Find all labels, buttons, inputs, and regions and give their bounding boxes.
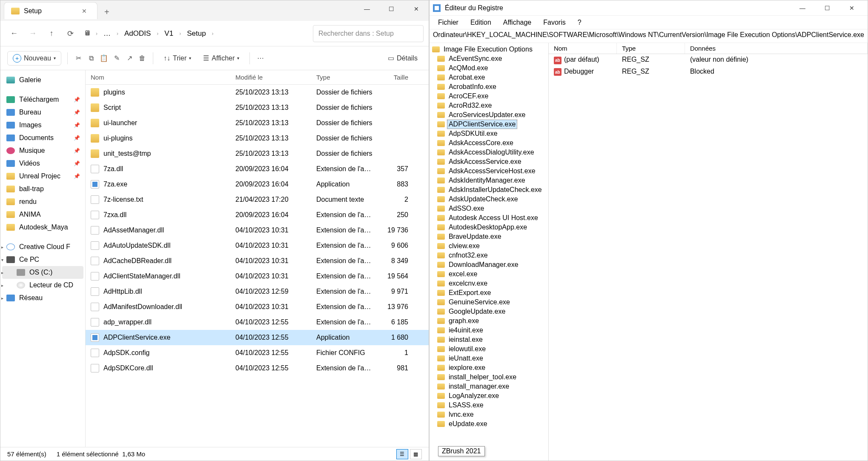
- sidebar-item[interactable]: Unreal Projec📌: [2, 170, 83, 183]
- chevron-icon[interactable]: ▸: [1, 296, 3, 301]
- maximize-button[interactable]: ☐: [815, 0, 839, 17]
- explorer-tab[interactable]: Setup ✕: [4, 2, 97, 19]
- tree-item[interactable]: graph.exe: [430, 316, 548, 326]
- sidebar-item[interactable]: ▸Réseau: [2, 292, 83, 304]
- file-rows[interactable]: plugins 25/10/2023 13:13 Dossier de fich…: [86, 85, 429, 447]
- file-row[interactable]: AdAutoUpdateSDK.dll 04/10/2023 10:31 Ext…: [86, 238, 429, 253]
- tree-item[interactable]: AdskAccessCore.exe: [430, 138, 548, 148]
- tree-item[interactable]: AdskAccessService.exe: [430, 157, 548, 166]
- tree-item[interactable]: DownloadManager.exe: [430, 260, 548, 269]
- tree-item[interactable]: GenuineService.exe: [430, 298, 548, 307]
- tree-item[interactable]: LSASS.exe: [430, 401, 548, 410]
- file-row[interactable]: AdClientStateManager.dll 04/10/2023 10:3…: [86, 269, 429, 284]
- back-button[interactable]: ←: [6, 25, 23, 42]
- minimize-button[interactable]: —: [790, 0, 815, 17]
- forward-button[interactable]: →: [24, 25, 41, 42]
- sidebar-item[interactable]: Images📌: [2, 119, 83, 132]
- tree-item[interactable]: excelcnv.exe: [430, 279, 548, 288]
- new-tab-button[interactable]: +: [97, 2, 116, 22]
- sidebar-item[interactable]: Téléchargem📌: [2, 93, 83, 106]
- chevron-icon[interactable]: ▸: [1, 245, 3, 249]
- tree-item[interactable]: clview.exe: [430, 241, 548, 251]
- tree-item[interactable]: AdskAccessDialogUtility.exe: [430, 148, 548, 157]
- tree-item[interactable]: AdskInstallerUpdateCheck.exe: [430, 185, 548, 195]
- tree-item[interactable]: AdskUpdateCheck.exe: [430, 195, 548, 204]
- menu-item[interactable]: ?: [573, 17, 587, 28]
- paste-icon[interactable]: 📋: [99, 54, 109, 63]
- tree-item[interactable]: eUpdate.exe: [430, 419, 548, 429]
- tree-item[interactable]: AdSSO.exe: [430, 204, 548, 213]
- file-row[interactable]: 7z-license.txt 21/04/2023 17:20 Document…: [86, 192, 429, 207]
- chevron-icon[interactable]: ▸: [1, 270, 3, 275]
- file-row[interactable]: Script 25/10/2023 13:13 Dossier de fichi…: [86, 100, 429, 115]
- sidebar-item[interactable]: Autodesk_Maya: [2, 221, 83, 234]
- tree-item[interactable]: LogAnalyzer.exe: [430, 391, 548, 401]
- maximize-button[interactable]: ☐: [379, 0, 404, 17]
- file-row[interactable]: ADPClientService.exe 04/10/2023 12:55 Ap…: [86, 330, 429, 345]
- column-type[interactable]: Type: [311, 70, 379, 84]
- view-button[interactable]: ☰ Afficher ▾: [199, 51, 243, 66]
- up-button[interactable]: ↑: [43, 25, 60, 42]
- sidebar-item[interactable]: Galerie: [2, 74, 83, 86]
- tree-item[interactable]: AutodeskDesktopApp.exe: [430, 223, 548, 232]
- sidebar-item[interactable]: ▾Ce PC: [2, 253, 83, 266]
- file-row[interactable]: ui-plugins 25/10/2023 13:13 Dossier de f…: [86, 131, 429, 146]
- tree-item[interactable]: ieinstal.exe: [430, 335, 548, 344]
- sidebar-item[interactable]: ANIMA: [2, 208, 83, 221]
- breadcrumb-item[interactable]: AdODIS: [122, 28, 153, 40]
- tree-item[interactable]: GoogleUpdate.exe: [430, 307, 548, 316]
- tree-item[interactable]: install_helper_tool.exe: [430, 372, 548, 382]
- file-row[interactable]: 7za.exe 20/09/2023 16:04 Application 883: [86, 177, 429, 192]
- registry-tree[interactable]: Image File Execution Options AcEventSync…: [430, 43, 549, 461]
- sort-button[interactable]: ↑↓ Trier ▾: [159, 51, 195, 66]
- tree-item[interactable]: AdpSDKUtil.exe: [430, 129, 548, 138]
- column-size[interactable]: Taille: [379, 70, 413, 84]
- tree-item[interactable]: install_manager.exe: [430, 382, 548, 391]
- tree-item[interactable]: ExtExport.exe: [430, 288, 548, 298]
- sidebar-item[interactable]: ▸Lecteur de CD: [2, 279, 83, 292]
- close-button[interactable]: ✕: [404, 0, 429, 17]
- tree-item[interactable]: excel.exe: [430, 269, 548, 279]
- sidebar-item[interactable]: ball-trap: [2, 183, 83, 195]
- tab-close-icon[interactable]: ✕: [78, 6, 90, 16]
- details-button[interactable]: ▭ Détails: [384, 51, 422, 66]
- rename-icon[interactable]: ✎: [112, 54, 121, 63]
- sidebar-item[interactable]: rendu: [2, 195, 83, 208]
- sidebar-item[interactable]: Bureau📌: [2, 106, 83, 119]
- chevron-icon[interactable]: ▸: [1, 283, 3, 288]
- menu-item[interactable]: Favoris: [538, 17, 570, 28]
- menu-item[interactable]: Edition: [465, 17, 496, 28]
- sidebar-item[interactable]: Musique📌: [2, 144, 83, 157]
- tree-item[interactable]: AcroRd32.exe: [430, 101, 548, 110]
- column-data[interactable]: Données: [685, 43, 868, 54]
- tree-item[interactable]: iexplore.exe: [430, 363, 548, 372]
- delete-icon[interactable]: 🗑: [138, 54, 147, 63]
- column-type[interactable]: Type: [617, 43, 685, 54]
- tree-item[interactable]: cnfnot32.exe: [430, 251, 548, 260]
- file-row[interactable]: adp_wrapper.dll 04/10/2023 12:55 Extensi…: [86, 315, 429, 330]
- tree-item[interactable]: AcrobatInfo.exe: [430, 82, 548, 92]
- file-row[interactable]: AdCacheDBReader.dll 04/10/2023 10:31 Ext…: [86, 253, 429, 269]
- file-row[interactable]: 7zxa.dll 20/09/2023 16:04 Extension de l…: [86, 207, 429, 223]
- sidebar-item[interactable]: Documents📌: [2, 132, 83, 144]
- list-view-button[interactable]: ☰: [396, 449, 408, 459]
- file-row[interactable]: AdManifestDownloader.dll 04/10/2023 10:3…: [86, 299, 429, 315]
- tree-item[interactable]: ADPClientService.exe: [430, 120, 548, 129]
- breadcrumb[interactable]: 🖥 › … › AdODIS › V1 › Setup ›: [80, 25, 311, 42]
- file-row[interactable]: AdpSDK.config 04/10/2023 12:55 Fichier C…: [86, 345, 429, 361]
- tree-item[interactable]: BraveUpdate.exe: [430, 232, 548, 241]
- tree-item[interactable]: AcEventSync.exe: [430, 54, 548, 63]
- column-name[interactable]: Nom: [86, 70, 230, 84]
- menu-item[interactable]: Fichier: [433, 17, 464, 28]
- tree-item[interactable]: AcroCEF.exe: [430, 92, 548, 101]
- column-modified[interactable]: Modifié le: [230, 70, 311, 84]
- file-row[interactable]: AdpSDKCore.dll 04/10/2023 12:55 Extensio…: [86, 361, 429, 376]
- grid-view-button[interactable]: ▦: [410, 449, 422, 459]
- file-row[interactable]: ui-launcher 25/10/2023 13:13 Dossier de …: [86, 115, 429, 131]
- search-input[interactable]: Rechercher dans : Setup: [313, 25, 424, 42]
- copy-icon[interactable]: ⧉: [86, 54, 96, 63]
- menu-item[interactable]: Affichage: [498, 17, 536, 28]
- breadcrumb-item[interactable]: Setup: [184, 28, 208, 40]
- tree-item[interactable]: Autodesk Access UI Host.exe: [430, 213, 548, 223]
- new-button[interactable]: + Nouveau ▾: [7, 51, 61, 66]
